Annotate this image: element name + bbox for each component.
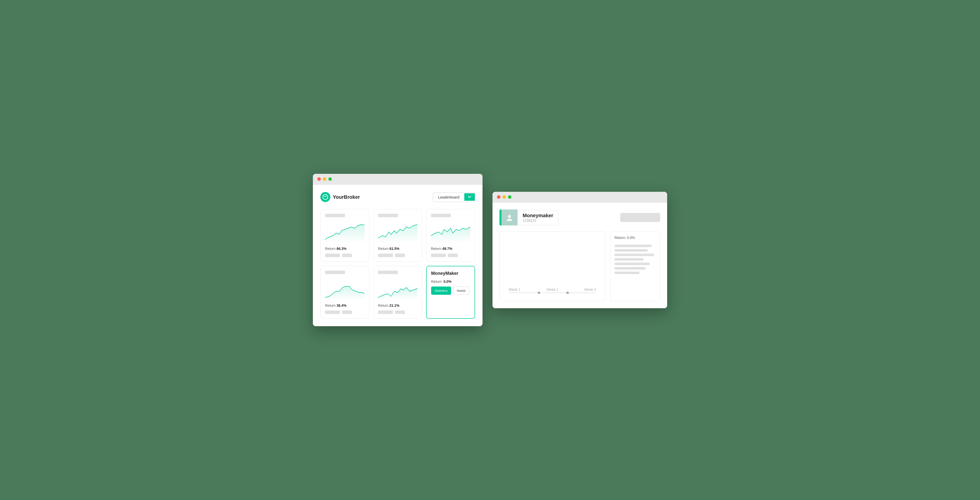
right-window: Moneymaker 1234221 Week 1 Week 2 Week 3 bbox=[493, 192, 667, 308]
card-1-return: Return 66.3% bbox=[325, 247, 364, 251]
svg-marker-2 bbox=[378, 224, 417, 243]
card-1-chart bbox=[325, 221, 364, 243]
profile-header: Moneymaker 1234221 bbox=[500, 210, 660, 225]
right-window-content: Moneymaker 1234221 Week 1 Week 2 Week 3 bbox=[493, 203, 667, 308]
card-4-placeholder bbox=[325, 271, 345, 274]
svg-marker-4 bbox=[325, 286, 364, 300]
left-titlebar bbox=[313, 174, 482, 184]
minimize-btn[interactable] bbox=[323, 177, 326, 181]
card-5-return: Return 21.1% bbox=[378, 303, 417, 308]
logo-icon bbox=[320, 192, 330, 202]
profile-name: Moneymaker bbox=[523, 213, 553, 219]
card-1-placeholder bbox=[325, 214, 345, 217]
card-1-footer bbox=[325, 254, 364, 257]
maximize-btn[interactable] bbox=[328, 177, 332, 181]
return-label: Return: 0.0% bbox=[614, 236, 656, 240]
profile-accent-bar bbox=[500, 210, 501, 225]
logo-area: YourBroker bbox=[320, 192, 360, 202]
card-5[interactable]: Return 21.1% bbox=[373, 266, 422, 319]
side-panel: Return: 0.0% bbox=[610, 232, 660, 301]
svg-marker-5 bbox=[378, 287, 417, 300]
card-3-footer bbox=[431, 254, 470, 257]
main-chart-area: Week 1 Week 2 Week 3 bbox=[500, 232, 605, 301]
app-header: YourBroker Leaderboard bbox=[320, 192, 475, 202]
svg-marker-3 bbox=[431, 227, 470, 243]
card-2-chart bbox=[378, 221, 417, 243]
card-6-return: Return 0.0% bbox=[431, 279, 470, 284]
svg-marker-1 bbox=[325, 224, 364, 243]
card-3-placeholder bbox=[431, 214, 451, 217]
card-4[interactable]: Return 36.4% bbox=[320, 266, 369, 319]
card-6-footer: Statistics Invest bbox=[431, 287, 470, 295]
right-titlebar bbox=[493, 192, 667, 203]
card-6-name: MoneyMaker bbox=[431, 271, 470, 276]
svg-point-0 bbox=[323, 195, 328, 200]
card-3-return: Return 49.7% bbox=[431, 247, 470, 251]
statistics-button[interactable]: Statistics bbox=[431, 287, 451, 295]
svg-point-6 bbox=[508, 215, 511, 218]
dropdown-arrow-icon[interactable] bbox=[464, 193, 475, 201]
card-2-return: Return 61.5% bbox=[378, 247, 417, 251]
profile-left: Moneymaker 1234221 bbox=[500, 210, 558, 225]
profile-id: 1234221 bbox=[523, 219, 553, 222]
timeline-dot-1 bbox=[538, 292, 540, 294]
right-minimize-btn[interactable] bbox=[503, 195, 506, 199]
card-4-return: Return 36.4% bbox=[325, 303, 364, 308]
svg-point-7 bbox=[507, 219, 512, 221]
week-labels: Week 1 Week 2 Week 3 bbox=[504, 287, 601, 292]
week1-label: Week 1 bbox=[509, 287, 520, 292]
profile-avatar bbox=[501, 210, 517, 225]
invest-button[interactable]: Invest bbox=[453, 287, 469, 295]
right-maximize-btn[interactable] bbox=[508, 195, 511, 199]
chart-container: Week 1 Week 2 Week 3 Return: 0.0% bbox=[500, 232, 660, 301]
dropdown-label: Leaderboard bbox=[433, 192, 464, 202]
right-close-btn[interactable] bbox=[497, 195, 501, 199]
card-6-moneymaker[interactable]: MoneyMaker Return 0.0% Statistics Invest bbox=[426, 266, 475, 319]
timeline-dot-2 bbox=[566, 292, 569, 294]
card-5-footer bbox=[378, 311, 417, 314]
card-3[interactable]: Return 49.7% bbox=[426, 209, 475, 262]
card-2[interactable]: Return 61.5% bbox=[373, 209, 422, 262]
card-2-placeholder bbox=[378, 214, 398, 217]
logo-text: YourBroker bbox=[333, 194, 360, 200]
cards-grid: Return 66.3% Return 61.5% bbox=[320, 209, 475, 319]
close-btn[interactable] bbox=[317, 177, 321, 181]
card-3-chart bbox=[431, 221, 470, 243]
card-2-footer bbox=[378, 254, 417, 257]
card-4-chart bbox=[325, 278, 364, 300]
profile-info: Moneymaker 1234221 bbox=[517, 210, 558, 225]
timeline-line bbox=[509, 292, 596, 293]
profile-action-placeholder bbox=[620, 213, 660, 222]
timeline-bar bbox=[504, 292, 601, 293]
card-5-chart bbox=[378, 278, 417, 300]
leaderboard-dropdown[interactable]: Leaderboard bbox=[433, 192, 475, 202]
card-4-footer bbox=[325, 311, 364, 314]
card-5-placeholder bbox=[378, 271, 398, 274]
left-window: YourBroker Leaderboard bbox=[313, 174, 482, 326]
week3-label: Week 3 bbox=[584, 287, 596, 292]
week2-label: Week 2 bbox=[546, 287, 558, 292]
card-1[interactable]: Return 66.3% bbox=[320, 209, 369, 262]
